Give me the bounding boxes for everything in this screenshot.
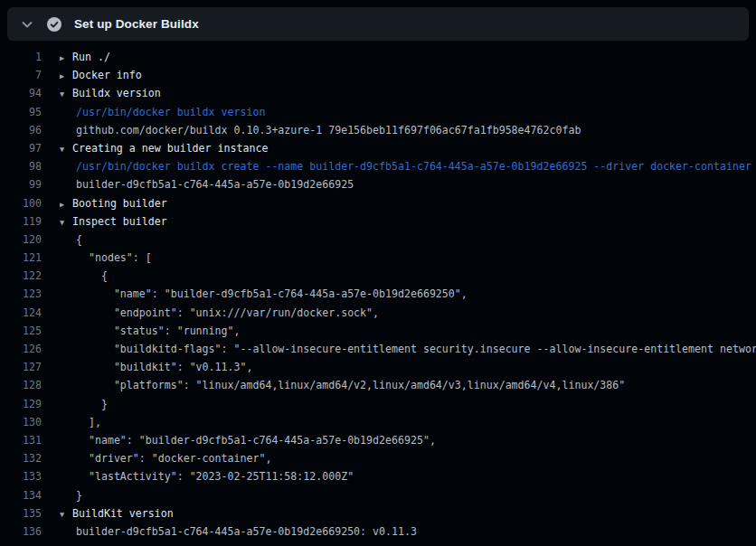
line-number[interactable]: 124 [0, 304, 42, 322]
output-text: builder-d9cfb5a1-c764-445a-a57e-0b19d2e6… [60, 175, 354, 193]
triangle-right-icon: ▶ [60, 49, 72, 66]
group-title: Docker info [72, 69, 142, 81]
line-number[interactable]: 134 [0, 486, 42, 504]
line-number[interactable]: 97 [0, 139, 42, 157]
check-circle-icon-svg [47, 17, 61, 32]
line-number[interactable]: 119 [0, 212, 42, 231]
command-text: /usr/bin/docker buildx create --name bui… [60, 157, 751, 175]
log-line: 7▶Docker info [0, 66, 756, 84]
group-title: Run ./ [72, 51, 110, 63]
command-text: /usr/bin/docker buildx version [60, 103, 265, 121]
log-line: 126 "buildkitd-flags": "--allow-insecure… [0, 340, 756, 358]
line-number[interactable]: 120 [0, 231, 42, 249]
triangle-down-icon: ▼ [60, 85, 72, 102]
line-number[interactable]: 126 [0, 340, 42, 358]
line-number[interactable]: 100 [0, 194, 42, 212]
group-title: Creating a new builder instance [72, 142, 268, 155]
group-title: BuildKit version [72, 507, 174, 520]
log-line: 125 "status": "running", [0, 322, 756, 340]
line-number[interactable]: 125 [0, 322, 42, 340]
chevron-down-icon[interactable] [20, 17, 34, 32]
line-number[interactable]: 128 [0, 376, 42, 394]
output-text: "buildkitd-flags": "--allow-insecure-ent… [60, 340, 756, 358]
group-title: Inspect builder [72, 215, 167, 228]
line-number[interactable]: 135 [0, 504, 42, 522]
output-text: "buildkit": "v0.11.3", [60, 358, 252, 376]
line-number[interactable]: 94 [0, 84, 42, 102]
log-line: 124 "endpoint": "unix:///var/run/docker.… [0, 304, 756, 322]
line-number[interactable]: 99 [0, 175, 42, 193]
log-line: 119▼Inspect builder [0, 212, 756, 231]
log-line: 123 "name": "builder-d9cfb5a1-c764-445a-… [0, 285, 756, 303]
log-line: 133 "lastActivity": "2023-02-25T11:58:12… [0, 467, 756, 485]
triangle-down-icon: ▼ [60, 213, 72, 231]
log-group-header[interactable]: ▶Run ./ [60, 48, 110, 66]
output-text: "name": "builder-d9cfb5a1-c764-445a-a57e… [60, 431, 436, 449]
line-number[interactable]: 7 [0, 66, 42, 84]
line-number[interactable]: 121 [0, 249, 42, 267]
log-group-header[interactable]: ▶Docker info [60, 66, 142, 84]
log-line: 132 "driver": "docker-container", [0, 449, 756, 467]
output-text: "driver": "docker-container", [60, 449, 271, 467]
log-line: 121 "nodes": [ [0, 249, 756, 267]
line-number[interactable]: 123 [0, 285, 42, 303]
output-text: "lastActivity": "2023-02-25T11:58:12.000… [60, 467, 354, 485]
output-text: { [60, 267, 108, 285]
line-number[interactable]: 95 [0, 103, 42, 121]
log-group-header[interactable]: ▼Buildx version [60, 84, 161, 102]
triangle-down-icon: ▼ [60, 140, 72, 157]
line-number[interactable]: 127 [0, 358, 42, 376]
log-line: 129 } [0, 395, 756, 413]
log-line: 100▶Booting builder [0, 194, 756, 212]
line-number[interactable]: 132 [0, 449, 42, 467]
line-number[interactable]: 136 [0, 522, 42, 541]
log-group-header[interactable]: ▼Inspect builder [60, 212, 167, 231]
check-circle-icon [47, 17, 61, 32]
log-line: 95/usr/bin/docker buildx version [0, 103, 756, 121]
output-text: } [60, 395, 108, 413]
log-line: 96github.com/docker/buildx 0.10.3+azure-… [0, 121, 756, 139]
chevron-down-icon-svg [20, 17, 34, 32]
output-text: "nodes": [ [60, 249, 152, 267]
log-line: 99builder-d9cfb5a1-c764-445a-a57e-0b19d2… [0, 175, 756, 193]
output-text: github.com/docker/buildx 0.10.3+azure-1 … [60, 121, 581, 139]
log-rows: 1▶Run ./7▶Docker info94▼Buildx version95… [0, 41, 756, 541]
output-text: { [60, 231, 82, 249]
line-number[interactable]: 130 [0, 413, 42, 431]
log-line: 134} [0, 486, 756, 504]
output-text: "platforms": "linux/amd64,linux/amd64/v2… [60, 376, 625, 394]
line-number[interactable]: 96 [0, 121, 42, 139]
step-title: Set up Docker Buildx [74, 17, 199, 31]
output-text: } [60, 486, 82, 504]
output-text: "status": "running", [60, 322, 240, 340]
line-number[interactable]: 122 [0, 267, 42, 285]
line-number[interactable]: 133 [0, 467, 42, 485]
log-group-header[interactable]: ▼Creating a new builder instance [60, 139, 268, 157]
triangle-right-icon: ▶ [60, 67, 72, 84]
log-line: 122 { [0, 267, 756, 285]
log-line: 135▼BuildKit version [0, 504, 756, 522]
log-line: 127 "buildkit": "v0.11.3", [0, 358, 756, 376]
log-line: 94▼Buildx version [0, 84, 756, 102]
log-group-header[interactable]: ▶Booting builder [60, 194, 167, 212]
log-line: 1▶Run ./ [0, 48, 756, 66]
log-line: 131 "name": "builder-d9cfb5a1-c764-445a-… [0, 431, 756, 449]
output-text: "name": "builder-d9cfb5a1-c764-445a-a57e… [60, 285, 468, 303]
group-title: Buildx version [72, 87, 161, 99]
line-number[interactable]: 98 [0, 157, 42, 175]
line-number[interactable]: 129 [0, 395, 42, 413]
output-text: ], [60, 413, 101, 431]
step-header[interactable]: Set up Docker Buildx [7, 7, 749, 41]
line-number[interactable]: 1 [0, 48, 42, 66]
output-text: "endpoint": "unix:///var/run/docker.sock… [60, 304, 379, 322]
log-line: 130 ], [0, 413, 756, 431]
output-text: builder-d9cfb5a1-c764-445a-a57e-0b19d2e6… [60, 522, 417, 541]
line-number[interactable]: 131 [0, 431, 42, 449]
log-line: 120{ [0, 231, 756, 249]
log-line: 97▼Creating a new builder instance [0, 139, 756, 157]
triangle-down-icon: ▼ [60, 505, 72, 522]
log-line: 128 "platforms": "linux/amd64,linux/amd6… [0, 376, 756, 394]
group-title: Booting builder [72, 197, 167, 210]
log-group-header[interactable]: ▼BuildKit version [60, 504, 174, 522]
triangle-right-icon: ▶ [60, 195, 72, 212]
